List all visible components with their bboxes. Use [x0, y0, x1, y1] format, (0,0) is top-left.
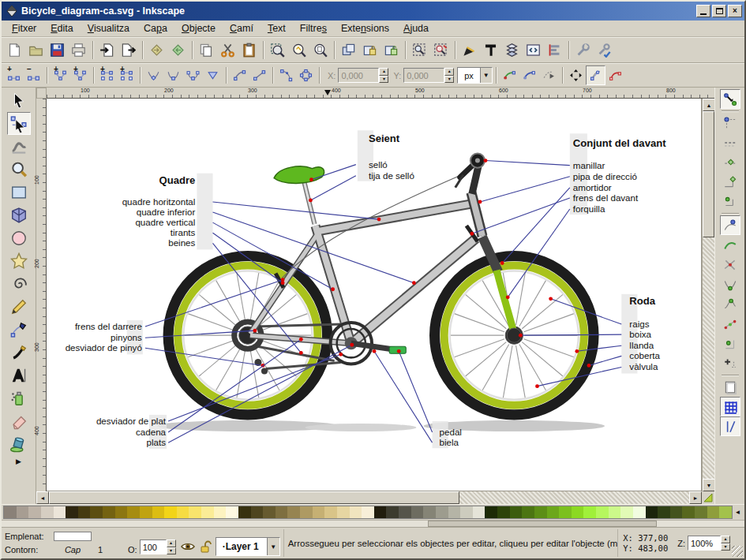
- tools-overflow-arrow[interactable]: ▶: [16, 457, 21, 465]
- node-tool-button[interactable]: [7, 112, 31, 135]
- vertical-scrollbar[interactable]: ▲ ▼: [702, 99, 714, 491]
- palette-swatch-9[interactable]: [115, 506, 128, 518]
- snap-snap-line-midpoints-button[interactable]: [720, 314, 740, 334]
- palette-swatch-11[interactable]: [140, 506, 152, 518]
- snap-snap-bbox-edge-midpoints-button[interactable]: [720, 172, 740, 192]
- palette-swatch-24[interactable]: [300, 506, 313, 518]
- palette-swatch-12[interactable]: [152, 506, 165, 518]
- node-segment-to-line-button[interactable]: [249, 65, 269, 85]
- palette-swatch-49[interactable]: [609, 506, 621, 518]
- toolbar-xml-editor-button[interactable]: [523, 39, 544, 61]
- node-node-symmetric-button[interactable]: [183, 65, 203, 85]
- palette-swatch-34[interactable]: [423, 506, 436, 518]
- palette-swatch-38[interactable]: [473, 506, 485, 518]
- pencil-tool-button[interactable]: [7, 295, 31, 318]
- palette-swatch-50[interactable]: [620, 506, 633, 518]
- window-resize-grip[interactable]: [732, 546, 743, 557]
- menu-ajuda[interactable]: Ajuda: [396, 21, 436, 35]
- node-node-smooth-button[interactable]: [163, 65, 183, 85]
- menu-capa[interactable]: Capa: [137, 21, 174, 35]
- node-delete-node-button[interactable]: −: [24, 65, 43, 85]
- bicycle-diagram-svg[interactable]: QuadreSeientConjunt del davantRodasellót…: [47, 99, 701, 491]
- palette-swatch-3[interactable]: [41, 506, 54, 518]
- snap-snap-to-paths-button[interactable]: [720, 235, 740, 255]
- palette-swatch-10[interactable]: [127, 506, 140, 518]
- layer-lock-toggle[interactable]: [197, 538, 214, 555]
- palette-swatch-54[interactable]: [670, 506, 683, 518]
- node-show-bezier-handles-button[interactable]: [586, 65, 605, 85]
- palette-swatch-2[interactable]: [28, 506, 41, 518]
- calligraphy-tool-button[interactable]: [7, 341, 31, 364]
- fill-swatch[interactable]: [54, 532, 92, 541]
- node-join-nodes-button[interactable]: +: [70, 65, 90, 85]
- palette-swatch-44[interactable]: [547, 506, 560, 518]
- node-node-cusp-button[interactable]: [144, 65, 163, 85]
- node-break-path-button[interactable]: +: [51, 65, 70, 85]
- node-show-path-outline-button[interactable]: [605, 65, 625, 85]
- palette-swatch-21[interactable]: [263, 506, 276, 518]
- title-bar[interactable]: Bicycle_diagram-ca.svg - Inkscape ×: [2, 2, 744, 21]
- left-ruler[interactable]: 100200300400: [36, 99, 47, 491]
- menu-fitxer[interactable]: Fitxer: [5, 21, 43, 35]
- paint-bucket-tool-button[interactable]: [7, 432, 31, 455]
- node-y-spinner[interactable]: ▴▾: [444, 68, 454, 83]
- toolbar-print-document-button[interactable]: [68, 39, 89, 61]
- snap-snap-rotation-centers-button[interactable]: [720, 353, 740, 373]
- toolbar-export-button[interactable]: [118, 39, 139, 61]
- snap-snap-cusp-nodes-button[interactable]: [720, 274, 740, 294]
- palette-swatch-0[interactable]: [4, 506, 17, 518]
- spiral-tool-button[interactable]: [7, 272, 31, 295]
- bezier-pen-tool-button[interactable]: [7, 318, 31, 341]
- snap-snap-guides-button[interactable]: [720, 416, 740, 436]
- palette-swatch-36[interactable]: [448, 506, 461, 518]
- scroll-right-button[interactable]: ►: [689, 491, 702, 504]
- palette-scroll-thumb[interactable]: [428, 521, 657, 527]
- palette-scroll-left-arrow[interactable]: ◄: [733, 506, 743, 519]
- node-show-transform-handles-button[interactable]: [566, 65, 586, 85]
- toolbar-undo-button[interactable]: [146, 39, 167, 61]
- scroll-down-button[interactable]: ▼: [703, 479, 715, 491]
- opacity-spinner[interactable]: ▴▾: [167, 539, 176, 554]
- palette-swatch-19[interactable]: [238, 506, 251, 518]
- toolbar-group-objects-button[interactable]: [409, 39, 430, 61]
- palette-swatch-48[interactable]: [596, 506, 609, 518]
- palette-swatch-37[interactable]: [460, 506, 473, 518]
- node-x-spinner[interactable]: ▴▾: [379, 68, 388, 83]
- palette-swatch-23[interactable]: [287, 506, 300, 518]
- ellipse-tool-button[interactable]: [7, 226, 31, 249]
- palette-swatch-17[interactable]: [214, 506, 227, 518]
- toolbar-text-dialog-button[interactable]: [480, 39, 501, 61]
- maximize-button[interactable]: [712, 5, 726, 17]
- node-stroke-to-path-button[interactable]: [296, 65, 316, 85]
- palette-swatch-13[interactable]: [164, 506, 177, 518]
- star-tool-button[interactable]: [7, 249, 31, 272]
- toolbar-import-button[interactable]: [96, 39, 118, 61]
- zoom-tool-button[interactable]: [7, 158, 31, 181]
- snap-snap-bounding-box-button[interactable]: [720, 113, 740, 133]
- unit-dropdown-arrow[interactable]: ▼: [480, 68, 492, 83]
- rectangle-tool-button[interactable]: [7, 181, 31, 203]
- palette-swatch-41[interactable]: [510, 506, 523, 518]
- palette-swatch-29[interactable]: [362, 506, 374, 518]
- vertical-scroll-thumb[interactable]: [703, 111, 714, 237]
- layer-visibility-toggle[interactable]: [179, 538, 197, 555]
- horizontal-scrollbar[interactable]: [49, 491, 689, 504]
- stroke-value[interactable]: Cap: [54, 545, 92, 554]
- palette-swatch-28[interactable]: [350, 506, 362, 518]
- snap-snap-enable-button[interactable]: [720, 89, 740, 109]
- palette-swatch-35[interactable]: [436, 506, 448, 518]
- palette-swatch-25[interactable]: [313, 506, 325, 518]
- zoom-spinner[interactable]: ▴▾: [721, 536, 730, 551]
- toolbar-duplicate-button[interactable]: [338, 39, 359, 61]
- toolbar-preferences-button[interactable]: [572, 39, 594, 61]
- menu-filtres[interactable]: Filtres: [293, 21, 334, 35]
- horizontal-scroll-track[interactable]: [459, 491, 689, 504]
- toolbar-ungroup-objects-button[interactable]: [430, 39, 452, 61]
- menu-visualitza[interactable]: Visualitza: [81, 21, 137, 35]
- node-edit-mask-button[interactable]: [519, 65, 539, 85]
- toolbar-unlink-clone-button[interactable]: [380, 39, 402, 61]
- palette-swatch-14[interactable]: [177, 506, 189, 518]
- top-ruler[interactable]: 100200300400500600700800: [47, 88, 714, 99]
- palette-swatch-30[interactable]: [374, 506, 387, 518]
- palette-swatch-55[interactable]: [682, 506, 695, 518]
